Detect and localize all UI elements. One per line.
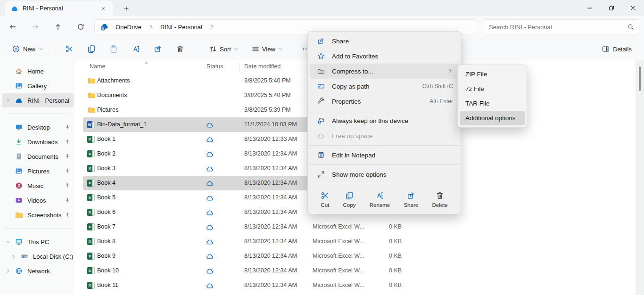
sidebar-item-gallery[interactable]: Gallery	[2, 79, 74, 93]
copy-icon	[345, 191, 354, 200]
network-icon	[15, 267, 23, 275]
file-row[interactable]: X Book 7 8/13/2020 12:34 AM Microsoft Ex…	[75, 220, 636, 234]
cut-action-button[interactable]: Cut	[317, 189, 333, 210]
sidebar-item-pictures[interactable]: Pictures	[2, 164, 74, 178]
vertical-scrollbar[interactable]	[636, 60, 644, 295]
search-icon[interactable]	[627, 24, 634, 30]
new-button[interactable]: New	[8, 42, 48, 56]
up-button[interactable]	[50, 19, 66, 34]
menu-separator	[308, 145, 460, 146]
file-date: 8/13/2020 12:34 AM	[244, 223, 297, 230]
minimize-button[interactable]	[579, 0, 601, 16]
submenu-item-zip-file[interactable]: ZIP File	[460, 67, 525, 82]
breadcrumb-onedrive[interactable]: OneDrive	[114, 23, 143, 32]
cut-button[interactable]	[58, 41, 80, 57]
chevron-right-icon[interactable]	[209, 24, 215, 30]
delete-button[interactable]	[169, 41, 191, 57]
close-button[interactable]	[622, 0, 644, 16]
file-row[interactable]: X Book 10 8/13/2020 12:34 AM Microsoft E…	[75, 263, 636, 278]
sidebar-item-documents[interactable]: Documents	[2, 149, 74, 164]
sidebar-item-local-disk[interactable]: Local Disk (C:)	[2, 249, 74, 263]
menu-item-edit-in-notepad[interactable]: Edit in Notepad	[310, 148, 458, 163]
column-header-status[interactable]: Status	[206, 63, 223, 70]
sort-button[interactable]: Sort	[205, 42, 243, 56]
pin-icon	[65, 124, 70, 130]
chevron-down-icon[interactable]	[6, 239, 11, 244]
chevron-right-icon[interactable]	[6, 98, 11, 103]
refresh-button[interactable]	[73, 19, 88, 34]
chevron-down-icon	[39, 47, 43, 51]
sidebar-item-home[interactable]: Home	[2, 64, 74, 78]
breadcrumb-current[interactable]: RINI - Personal	[158, 23, 204, 32]
quick-actions-bar: Cut Copy Rename Share Delete	[308, 186, 461, 212]
maximize-restore-button[interactable]	[601, 0, 622, 16]
menu-item-copy-as-path[interactable]: Copy as path Ctrl+Shift+C	[310, 79, 458, 94]
menu-item-properties[interactable]: Properties Alt+Enter	[310, 94, 458, 109]
delete-action-button[interactable]: Delete	[428, 189, 451, 210]
sidebar-item-desktop[interactable]: Desktop	[2, 120, 74, 134]
submenu-item-tar-file[interactable]: TAR File	[460, 96, 525, 111]
file-row[interactable]: X Book 8 8/13/2020 12:34 AM Microsoft Ex…	[75, 234, 636, 249]
share-button[interactable]	[147, 41, 169, 57]
details-pane-icon	[602, 45, 610, 53]
zip-folder-icon	[317, 67, 326, 75]
cloud-status-icon	[206, 254, 214, 259]
scrollbar-thumb[interactable]	[639, 66, 641, 91]
back-button[interactable]	[5, 19, 20, 34]
submenu-item-additional-options[interactable]: Additional options	[460, 111, 525, 125]
menu-item-always-keep-on-device[interactable]: Always keep on this device	[310, 113, 458, 128]
sidebar-item-onedrive[interactable]: RINI - Personal	[2, 93, 74, 107]
excel-file-icon: X	[87, 223, 95, 230]
share-action-button[interactable]: Share	[400, 189, 422, 210]
file-row[interactable]: X Book 9 8/13/2020 12:34 AM Microsoft Ex…	[75, 249, 636, 263]
column-header-date-modified[interactable]: Date modified	[244, 63, 281, 70]
sidebar-item-this-pc[interactable]: This PC	[2, 235, 74, 249]
rename-action-button[interactable]: Rename	[366, 189, 394, 210]
onedrive-icon	[100, 24, 109, 31]
sidebar-item-videos[interactable]: Videos	[2, 193, 74, 207]
column-header-name[interactable]: Name	[90, 63, 105, 70]
rename-button[interactable]	[124, 41, 147, 57]
cloud-status-icon	[206, 239, 214, 245]
menu-item-add-to-favorites[interactable]: Add to Favorites	[310, 49, 458, 64]
explorer-tab[interactable]: RINI - Personal	[5, 0, 113, 16]
sidebar-item-screenshots[interactable]: Screenshots	[2, 208, 74, 222]
path-icon	[317, 82, 326, 90]
file-name: Book 7	[97, 223, 116, 230]
menu-item-share[interactable]: Share	[310, 33, 458, 49]
file-date: 11/1/2024 10:03 PM	[244, 121, 297, 128]
chevron-right-icon[interactable]	[11, 254, 17, 259]
file-row[interactable]: X Book 11 8/13/2020 12:34 AM Microsoft E…	[75, 278, 636, 293]
toolbar-separator	[196, 43, 196, 55]
pin-icon	[65, 197, 70, 203]
copy-button[interactable]	[80, 41, 102, 57]
excel-file-icon: X	[87, 165, 95, 172]
menu-item-free-up-space[interactable]: Free up space	[310, 128, 458, 143]
plus-circle-icon	[12, 45, 20, 53]
sidebar-item-network[interactable]: Network	[2, 264, 74, 278]
file-name: Book 11	[97, 282, 118, 288]
videos-icon	[15, 197, 23, 204]
excel-file-icon: X	[87, 267, 95, 274]
sort-icon	[209, 45, 217, 53]
file-type: Microsoft Excel W...	[313, 223, 364, 230]
file-type: Microsoft Excel W...	[313, 267, 364, 274]
forward-button[interactable]	[28, 19, 43, 34]
file-date: 3/8/2025 5:39 PM	[244, 107, 291, 113]
sidebar-item-downloads[interactable]: Downloads	[2, 135, 74, 149]
submenu-item-7z-file[interactable]: 7z File	[460, 82, 525, 96]
new-tab-button[interactable]	[121, 3, 132, 14]
search-box[interactable]	[482, 19, 639, 34]
menu-item-compress-to[interactable]: Compress to...	[310, 64, 458, 79]
search-input[interactable]	[489, 24, 627, 31]
view-button[interactable]: View	[247, 42, 288, 56]
sidebar-item-music[interactable]: Music	[2, 179, 74, 193]
menu-item-show-more-options[interactable]: Show more options	[310, 167, 458, 182]
tab-close-button[interactable]	[99, 3, 109, 14]
chevron-right-icon[interactable]	[6, 269, 11, 273]
chevron-right-icon[interactable]	[148, 24, 154, 30]
details-pane-button[interactable]: Details	[597, 42, 636, 56]
copy-action-button[interactable]: Copy	[339, 189, 360, 210]
cloud-status-icon	[206, 151, 214, 157]
paste-button[interactable]	[102, 41, 124, 57]
